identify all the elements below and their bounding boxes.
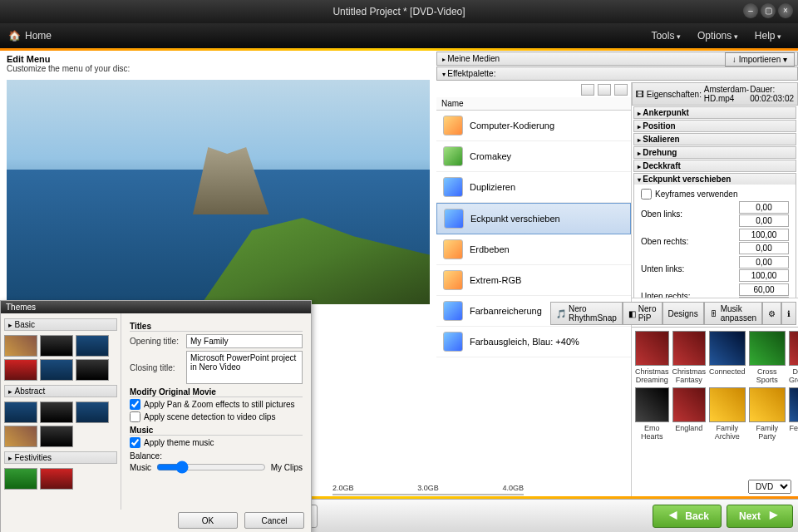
design-item[interactable]: Christmas Dreaming (635, 331, 669, 384)
effect-item-selected[interactable]: Eckpunkt verschieben (436, 203, 631, 234)
group-position[interactable]: Position (634, 121, 796, 131)
edit-heading: Edit Menu (7, 54, 430, 64)
ok-button[interactable]: OK (178, 512, 238, 529)
group-scale[interactable]: Skalieren (634, 134, 796, 145)
back-icon: ◀ (665, 509, 680, 524)
category-festivities[interactable]: Festivities (4, 451, 117, 464)
design-item[interactable]: Emo Hearts (635, 387, 669, 441)
duration-label: Dauer: (750, 85, 775, 94)
theme-thumb[interactable] (76, 335, 109, 357)
themes-panel-title: Themes (1, 301, 311, 313)
menu-preview[interactable] (7, 80, 430, 304)
design-item[interactable]: Family Party (749, 387, 786, 441)
window-titlebar: Untitled Project * [DVD-Video] – ▢ × (0, 0, 798, 23)
group-anchor[interactable]: Ankerpunkt (634, 107, 796, 118)
info-icon[interactable]: ℹ (781, 302, 796, 325)
menu-help[interactable]: Help (746, 30, 790, 42)
theme-thumb[interactable] (76, 359, 109, 381)
keyframes-label: Keyframes verwenden (655, 190, 738, 199)
top-left-x[interactable] (739, 201, 789, 214)
theme-thumb[interactable] (40, 468, 73, 490)
theme-categories[interactable]: Basic Abstract Festivities (1, 313, 121, 510)
group-opacity[interactable]: Deckkraft (634, 160, 796, 171)
effects-list[interactable]: Name Computer-Kodierung Cromakey Duplizi… (436, 82, 632, 499)
home-icon: 🏠 (8, 30, 21, 42)
balance-slider[interactable] (156, 461, 266, 474)
design-item[interactable]: England (672, 387, 707, 441)
group-corner[interactable]: Eckpunkt verschieben (634, 174, 796, 185)
titles-heading: Titles (130, 322, 303, 332)
props-title-prefix: Eigenschaften: (647, 90, 702, 99)
effect-item[interactable]: Duplizieren (436, 172, 631, 203)
menu-options[interactable]: Options (689, 30, 746, 42)
top-right-x[interactable] (739, 229, 789, 241)
home-label: Home (25, 30, 52, 42)
closing-title-input[interactable]: Microsoft PowerPoint project in Nero Vid… (186, 351, 303, 384)
effect-item[interactable]: Computer-Kodierung (436, 111, 631, 141)
film-icon: 🎞 (636, 90, 644, 99)
pip-icon: ◧ (628, 309, 636, 318)
design-item[interactable]: Connected (709, 331, 746, 384)
output-format-select[interactable]: DVD (748, 480, 791, 494)
bottom-left-y[interactable] (739, 269, 789, 282)
close-icon[interactable]: × (778, 3, 793, 18)
theme-thumb[interactable] (4, 426, 37, 447)
category-basic[interactable]: Basic (4, 318, 117, 331)
minimize-icon[interactable]: – (743, 3, 758, 18)
thememusic-checkbox[interactable] (130, 437, 140, 448)
keyframes-checkbox[interactable] (641, 189, 652, 200)
effect-item[interactable]: Erdbeben (436, 234, 631, 265)
design-item[interactable]: Drew Ground (789, 331, 798, 384)
design-item[interactable]: Christmas Fantasy (672, 331, 707, 384)
balance-left-label: Music (130, 463, 151, 472)
bottom-right-x[interactable] (739, 283, 789, 296)
back-button[interactable]: ◀Back (653, 505, 722, 528)
design-item[interactable]: Family Archive (709, 387, 746, 441)
home-button[interactable]: 🏠 Home (8, 30, 52, 42)
design-item[interactable]: Festive (789, 387, 798, 441)
closing-title-label: Closing title: (130, 363, 181, 372)
bottom-left-x[interactable] (739, 256, 789, 268)
tab-rhythmsnap[interactable]: 🎵Nero RhythmSnap (550, 302, 623, 325)
view-grid-icon[interactable] (598, 84, 611, 96)
top-left-y[interactable] (739, 214, 789, 227)
maximize-icon[interactable]: ▢ (761, 3, 776, 18)
view-list-icon[interactable] (581, 84, 594, 96)
theme-thumb[interactable] (40, 401, 73, 423)
panzoom-label: Apply Pan & Zoom effects to still pictur… (144, 400, 295, 409)
tab-effect-palette[interactable]: Effektpalette: (436, 66, 798, 81)
tab-music-adjust[interactable]: 🎚Musik anpassen (704, 302, 762, 325)
scenedetect-checkbox[interactable] (130, 411, 140, 422)
settings-icon[interactable]: ⚙ (762, 302, 781, 325)
menu-tools[interactable]: Tools (643, 30, 689, 42)
opening-title-input[interactable] (186, 334, 303, 348)
modify-heading: Modify Original Movie (130, 387, 303, 397)
category-abstract[interactable]: Abstract (4, 385, 117, 397)
theme-thumb[interactable] (4, 359, 37, 381)
format-dropdown[interactable]: DVD (748, 480, 791, 494)
theme-thumb[interactable] (4, 468, 37, 490)
theme-thumb[interactable] (40, 426, 73, 447)
effect-item[interactable]: Cromakey (436, 141, 631, 172)
effect-item[interactable]: Extrem-RGB (436, 265, 631, 296)
theme-thumb[interactable] (4, 401, 37, 423)
import-button[interactable]: Importieren ▾ (725, 52, 795, 66)
sort-icon[interactable] (614, 84, 628, 96)
cancel-button[interactable]: Cancel (244, 512, 304, 529)
next-button[interactable]: Next▶ (727, 505, 793, 528)
theme-thumb[interactable] (4, 335, 37, 357)
effect-item[interactable]: Farbausgleich, Blau: +40% (436, 327, 631, 357)
theme-thumb[interactable] (40, 335, 73, 357)
group-rotation[interactable]: Drehung (634, 147, 796, 158)
music-icon: 🎵 (556, 309, 566, 318)
bottom-right-y[interactable] (739, 297, 789, 298)
opening-title-label: Opening title: (130, 337, 181, 346)
theme-thumb[interactable] (40, 359, 73, 381)
design-item[interactable]: Cross Sports (749, 331, 786, 384)
top-right-y[interactable] (739, 242, 789, 254)
theme-thumb[interactable] (76, 401, 109, 423)
top-right-label: Oben rechts: (641, 237, 701, 246)
tab-pip[interactable]: ◧Nero PiP (623, 302, 663, 325)
tab-designs[interactable]: Designs (663, 302, 704, 325)
panzoom-checkbox[interactable] (130, 399, 140, 410)
